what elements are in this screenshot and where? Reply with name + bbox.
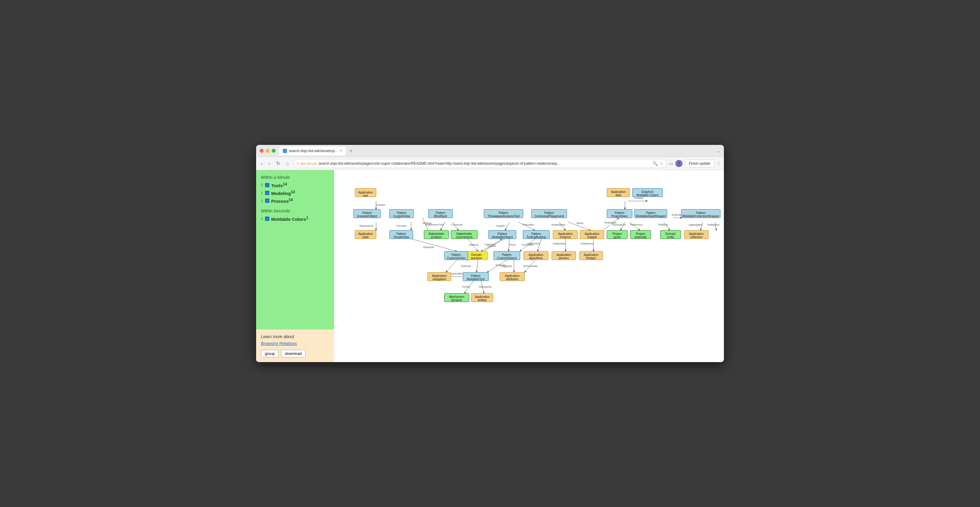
svg-text:Reference: Reference [630, 223, 643, 226]
sidebar-toggle-icon[interactable]: ▭ [669, 161, 673, 166]
svg-text:Instantiate: Instantiate [485, 243, 496, 246]
svg-text:Application: Application [557, 253, 571, 257]
svg-text:CustomView: CustomView [393, 215, 410, 218]
not-secure-indicator: ⚠ Not Secure [296, 161, 317, 165]
svg-text:Application: Application [611, 190, 626, 193]
svg-text:MoldableCollectionWrapper: MoldableCollectionWrapper [682, 215, 719, 218]
svg-text:goals: goals [614, 236, 621, 239]
svg-text:SimpleView: SimpleView [393, 236, 409, 239]
svg-text:Address: Address [468, 243, 479, 246]
svg-text:Pattern: Pattern [451, 253, 461, 257]
svg-text:state: state [362, 236, 369, 239]
svg-line-38 [477, 260, 478, 273]
checkbox-modeling[interactable]: ✓ [265, 191, 269, 195]
bookmark-icon[interactable]: ☆ [659, 161, 663, 166]
active-tab[interactable]: search.dojo.fed.wiki/assets/p... ✕ [279, 147, 346, 155]
svg-text:Graphviz: Graphviz [641, 190, 654, 193]
svg-text:Application: Application [584, 253, 598, 257]
svg-text:Domain: Domain [471, 253, 482, 257]
svg-text:Pattern: Pattern [397, 211, 406, 215]
svg-text:ContextualPlayground: ContextualPlayground [535, 215, 564, 218]
warning-icon: ⚠ [296, 161, 299, 165]
process-label: Process14 [271, 198, 293, 204]
window-expand-icon[interactable]: ⌄ [717, 148, 720, 153]
svg-text:question: question [471, 257, 482, 260]
more-options-icon[interactable]: ⋮ [717, 161, 721, 166]
browsing-relations-link[interactable]: Browsing Relations [261, 341, 297, 346]
back-button[interactable]: ‹ [259, 159, 264, 167]
svg-text:Project: Project [612, 232, 622, 236]
svg-text:Implement: Implement [581, 242, 593, 245]
svg-text:Suggests: Suggests [501, 265, 512, 268]
svg-text:Pattern: Pattern [531, 232, 541, 236]
profile-avatar[interactable]: 👤 [675, 160, 682, 167]
tab-close-icon[interactable]: ✕ [339, 149, 342, 153]
minimize-button[interactable] [266, 149, 270, 153]
tab-favicon-icon [283, 149, 287, 153]
svg-text:Instantiates: Instantiates [552, 223, 566, 226]
svg-text:Pattern: Pattern [615, 211, 624, 215]
graph-svg: Creates Extends Represents Formats Refin… [337, 173, 721, 359]
svg-text:MoldableDataWrapper: MoldableDataWrapper [636, 215, 666, 218]
svg-text:data: data [615, 193, 621, 197]
group-button[interactable]: group [261, 350, 278, 357]
section2-title: Within Seconds [261, 209, 329, 213]
modeling-label: Modeling12 [271, 190, 295, 196]
address-text[interactable]: search.dojo.fed.wiki/assets/pages/solo-s… [318, 161, 651, 166]
graph-area[interactable]: Creates Extends Represents Formats Refin… [334, 170, 724, 362]
svg-text:Pattern: Pattern [362, 211, 372, 215]
svg-text:Application: Application [558, 232, 573, 236]
svg-text:Moldable Colors: Moldable Colors [636, 193, 658, 197]
checkbox-moldable-colors[interactable]: ✓ [265, 217, 269, 221]
svg-text:parsers: parsers [559, 257, 569, 260]
svg-text:problem: problem [431, 236, 442, 239]
svg-text:artifact: artifact [478, 298, 487, 302]
svg-text:Pattern: Pattern [396, 232, 406, 236]
svg-text:Reflects: Reflects [659, 223, 668, 226]
finish-update-button[interactable]: Finish update [685, 159, 714, 167]
home-button[interactable]: ⌂ [284, 159, 291, 167]
checkbox-tools[interactable]: ✓ [265, 183, 269, 187]
svg-text:Exploit: Exploit [496, 225, 505, 227]
item-index-0: 0 [261, 183, 263, 187]
sidebar-item-tools[interactable]: 0 ✓ Tools14 [261, 182, 329, 188]
search-icon[interactable]: 🔍 [652, 161, 658, 166]
svg-text:Pose: Pose [509, 243, 516, 246]
refresh-button[interactable]: ↻ [274, 159, 282, 167]
svg-text:snippet: snippet [587, 236, 597, 239]
svg-text:navigation: navigation [433, 277, 446, 281]
item-index-1: 1 [261, 191, 263, 195]
svg-line-32 [538, 239, 542, 251]
svg-text:Pattern: Pattern [471, 274, 480, 277]
close-button[interactable] [260, 149, 264, 153]
main-content: Within a Minute 0 ✓ Tools14 1 ✓ Modeling… [256, 170, 724, 362]
svg-text:materials: materials [635, 236, 647, 239]
maximize-button[interactable] [272, 149, 275, 153]
svg-text:bridges: bridges [586, 257, 596, 260]
svg-text:Represents: Represents [360, 225, 374, 227]
new-tab-button[interactable]: + [347, 148, 355, 154]
address-bar[interactable]: ⚠ Not Secure search.dojo.fed.wiki/assets… [293, 159, 667, 168]
svg-text:Binds: Binds [577, 222, 584, 225]
sidebar-item-moldable-colors[interactable]: 3 ✓ Moldable Colors1 [261, 216, 329, 222]
svg-text:Project: Project [636, 232, 645, 236]
svg-text:Application: Application [529, 253, 543, 257]
svg-text:instance: instance [560, 236, 571, 239]
svg-text:Application: Application [475, 295, 490, 298]
checkbox-process[interactable]: ✓ [265, 199, 269, 203]
svg-text:ThrowawayAnalysisTool: ThrowawayAnalysisTool [488, 215, 520, 218]
download-button[interactable]: download [281, 350, 305, 357]
svg-text:Pattern: Pattern [499, 211, 508, 215]
learn-more-text: Learn more about [261, 334, 329, 339]
tools-label: Tools14 [271, 182, 287, 188]
svg-text:Aggregates: Aggregates [689, 223, 703, 226]
svg-text:commitment: commitment [456, 236, 473, 239]
sidebar-item-modeling[interactable]: 1 ✓ Modeling12 [261, 190, 329, 196]
svg-line-16 [411, 239, 457, 251]
forward-button[interactable]: › [267, 159, 272, 167]
sidebar-bottom: Learn more about Browsing Relations grou… [256, 329, 334, 362]
svg-text:Precedes: Precedes [523, 223, 535, 226]
svg-text:Application: Application [432, 274, 447, 277]
sidebar-buttons: group download [261, 350, 329, 357]
sidebar-item-process[interactable]: 2 ✓ Process14 [261, 198, 329, 204]
